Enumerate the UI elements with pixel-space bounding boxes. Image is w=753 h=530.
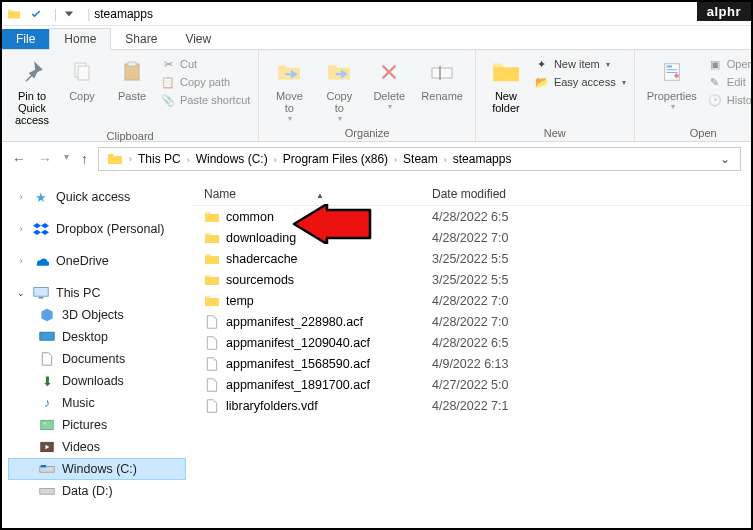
pin-to-quick-access-button[interactable]: Pin to Quick access bbox=[10, 54, 54, 128]
delete-button[interactable]: Delete▾ bbox=[367, 54, 411, 125]
back-button[interactable]: ← bbox=[12, 151, 26, 167]
tab-share[interactable]: Share bbox=[111, 29, 171, 49]
move-to-button[interactable]: Move to▾ bbox=[267, 54, 311, 125]
new-folder-icon bbox=[490, 56, 522, 88]
svg-rect-9 bbox=[40, 332, 54, 340]
open-button[interactable]: ▣Open▾ bbox=[707, 56, 753, 72]
svg-rect-1 bbox=[78, 66, 89, 80]
new-item-icon: ✦ bbox=[534, 56, 550, 72]
music-icon: ♪ bbox=[38, 395, 56, 411]
up-button[interactable]: ↑ bbox=[81, 151, 88, 167]
cut-button[interactable]: ✂Cut bbox=[160, 56, 250, 72]
qat-save-icon[interactable] bbox=[28, 6, 44, 22]
paste-button[interactable]: Paste bbox=[110, 54, 154, 128]
breadcrumb-item[interactable]: Windows (C:) bbox=[192, 152, 272, 166]
qat-dropdown-icon[interactable] bbox=[61, 6, 77, 22]
tree-this-pc[interactable]: ⌄This PC bbox=[8, 282, 186, 304]
file-date: 4/28/2022 6:5 bbox=[432, 210, 562, 224]
breadcrumb-item[interactable]: Steam bbox=[399, 152, 442, 166]
folder-icon bbox=[204, 273, 220, 287]
file-row[interactable]: sourcemods3/25/2022 5:5 bbox=[192, 269, 751, 290]
file-name: temp bbox=[226, 294, 254, 308]
forward-button[interactable]: → bbox=[38, 151, 52, 167]
breadcrumb-item[interactable]: This PC bbox=[134, 152, 185, 166]
file-name: downloading bbox=[226, 231, 296, 245]
this-pc-icon bbox=[32, 285, 50, 301]
properties-button[interactable]: Properties▾ bbox=[643, 54, 701, 113]
file-row[interactable]: appmanifest_1891700.acf4/27/2022 5:0 bbox=[192, 374, 751, 395]
breadcrumb-item[interactable]: Program Files (x86) bbox=[279, 152, 392, 166]
tree-pictures[interactable]: Pictures bbox=[8, 414, 186, 436]
tab-home[interactable]: Home bbox=[49, 28, 111, 50]
breadcrumb-separator: › bbox=[442, 155, 449, 165]
recent-locations-button[interactable]: ▾ bbox=[64, 151, 69, 167]
tree-windows-c[interactable]: Windows (C:) bbox=[8, 458, 186, 480]
breadcrumb-separator: › bbox=[392, 155, 399, 165]
tree-music[interactable]: ♪Music bbox=[8, 392, 186, 414]
column-date[interactable]: Date modified bbox=[432, 187, 562, 201]
tree-onedrive[interactable]: ›OneDrive bbox=[8, 250, 186, 272]
address-bar[interactable]: › This PC›Windows (C:)›Program Files (x8… bbox=[98, 147, 741, 171]
file-date: 4/27/2022 5:0 bbox=[432, 378, 562, 392]
onedrive-icon bbox=[32, 253, 50, 269]
tree-3d-objects[interactable]: 3D Objects bbox=[8, 304, 186, 326]
file-icon bbox=[204, 357, 220, 371]
downloads-icon: ⬇ bbox=[38, 373, 56, 389]
tree-dropbox[interactable]: ›Dropbox (Personal) bbox=[8, 218, 186, 240]
easy-access-button[interactable]: 📂Easy access▾ bbox=[534, 74, 626, 90]
svg-rect-4 bbox=[432, 68, 452, 78]
file-date: 4/28/2022 7:0 bbox=[432, 231, 562, 245]
copy-path-icon: 📋 bbox=[160, 74, 176, 90]
file-date: 4/28/2022 7:0 bbox=[432, 315, 562, 329]
paste-icon bbox=[116, 56, 148, 88]
tree-documents[interactable]: Documents bbox=[8, 348, 186, 370]
file-row[interactable]: appmanifest_1209040.acf4/28/2022 6:5 bbox=[192, 332, 751, 353]
file-icon bbox=[204, 336, 220, 350]
file-row[interactable]: appmanifest_228980.acf4/28/2022 7:0 bbox=[192, 311, 751, 332]
svg-rect-10 bbox=[41, 420, 53, 429]
tree-downloads[interactable]: ⬇Downloads bbox=[8, 370, 186, 392]
easy-access-icon: 📂 bbox=[534, 74, 550, 90]
file-date: 4/28/2022 7:1 bbox=[432, 399, 562, 413]
file-icon bbox=[204, 399, 220, 413]
file-row[interactable]: downloading4/28/2022 7:0 bbox=[192, 227, 751, 248]
group-label: New bbox=[484, 125, 626, 139]
ribbon-group-clipboard: Pin to Quick access Copy Paste ✂Cut 📋Cop… bbox=[2, 50, 259, 141]
svg-rect-7 bbox=[34, 287, 48, 296]
tab-file[interactable]: File bbox=[2, 29, 49, 49]
new-item-button[interactable]: ✦New item▾ bbox=[534, 56, 626, 72]
history-icon: 🕑 bbox=[707, 92, 723, 108]
file-date: 3/25/2022 5:5 bbox=[432, 273, 562, 287]
paste-shortcut-button[interactable]: 📎Paste shortcut bbox=[160, 92, 250, 108]
folder-icon bbox=[204, 252, 220, 266]
tree-quick-access[interactable]: ›★Quick access bbox=[8, 186, 186, 208]
breadcrumb-item[interactable]: steamapps bbox=[449, 152, 516, 166]
navigation-tree: ›★Quick access ›Dropbox (Personal) ›OneD… bbox=[2, 176, 192, 528]
file-row[interactable]: common4/28/2022 6:5 bbox=[192, 206, 751, 227]
copy-button[interactable]: Copy bbox=[60, 54, 104, 128]
tree-desktop[interactable]: Desktop bbox=[8, 326, 186, 348]
copy-icon bbox=[66, 56, 98, 88]
copy-to-icon bbox=[323, 56, 355, 88]
rename-button[interactable]: Rename bbox=[417, 54, 467, 125]
copy-path-button[interactable]: 📋Copy path bbox=[160, 74, 250, 90]
copy-to-button[interactable]: Copy to▾ bbox=[317, 54, 361, 125]
tree-data-d[interactable]: Data (D:) bbox=[8, 480, 186, 502]
edit-button[interactable]: ✎Edit bbox=[707, 74, 753, 90]
svg-rect-8 bbox=[39, 297, 44, 299]
file-row[interactable]: temp4/28/2022 7:0 bbox=[192, 290, 751, 311]
edit-icon: ✎ bbox=[707, 74, 723, 90]
new-folder-button[interactable]: New folder bbox=[484, 54, 528, 116]
file-row[interactable]: appmanifest_1568590.acf4/9/2022 6:13 bbox=[192, 353, 751, 374]
history-button[interactable]: 🕑History bbox=[707, 92, 753, 108]
open-icon: ▣ bbox=[707, 56, 723, 72]
file-row[interactable]: shadercache3/25/2022 5:5 bbox=[192, 248, 751, 269]
address-folder-icon bbox=[103, 152, 127, 166]
tab-view[interactable]: View bbox=[171, 29, 225, 49]
star-icon: ★ bbox=[32, 189, 50, 205]
column-name[interactable]: Name▲ bbox=[192, 187, 432, 201]
tree-videos[interactable]: Videos bbox=[8, 436, 186, 458]
address-dropdown[interactable]: ⌄ bbox=[714, 152, 736, 166]
file-row[interactable]: libraryfolders.vdf4/28/2022 7:1 bbox=[192, 395, 751, 416]
navigation-bar: ← → ▾ ↑ › This PC›Windows (C:)›Program F… bbox=[2, 142, 751, 176]
